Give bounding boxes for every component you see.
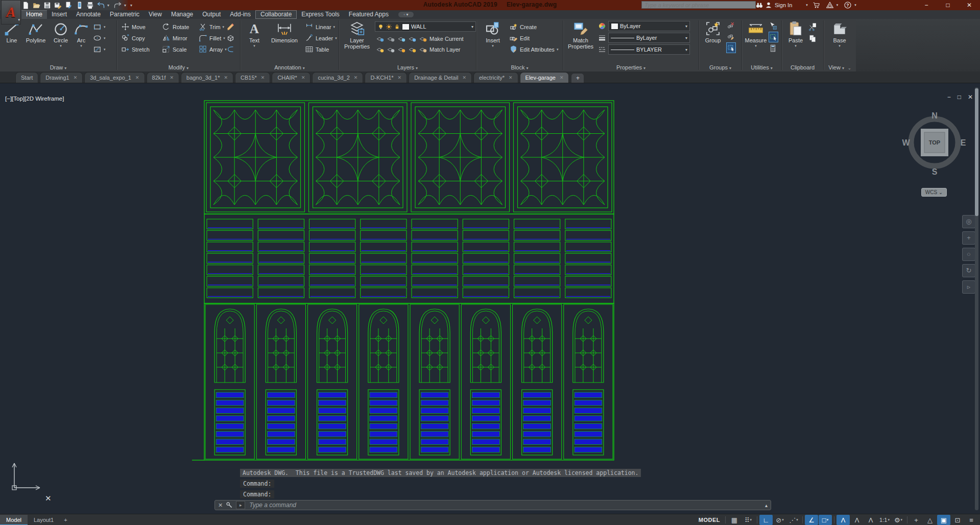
linear-dimension-button[interactable]: Linear▾ [305, 22, 337, 32]
layer-properties-button[interactable]: Layer Properties [341, 20, 373, 50]
new-drawing-tab-button[interactable]: + [571, 74, 584, 83]
match-layer-icon[interactable] [419, 45, 427, 54]
viewcube-west[interactable]: W [902, 138, 910, 147]
ribbon-tab-parametric[interactable]: Parametric [105, 10, 144, 19]
arc-button[interactable]: Arc▾ [73, 20, 90, 47]
join-button[interactable] [226, 44, 235, 54]
copy-button[interactable]: Copy [121, 33, 150, 43]
a360-caret-icon[interactable]: ▾ [836, 3, 839, 7]
command-customize-wrench-icon[interactable] [226, 502, 233, 509]
panel-label-modify[interactable]: Modify ▾ [117, 64, 240, 70]
table-button[interactable]: Table [305, 44, 337, 54]
match-properties-button[interactable]: Match Properties [566, 20, 595, 50]
layer-dropdown[interactable]: WALL ▾ [375, 21, 476, 32]
mirror-button[interactable]: Mirror [162, 33, 189, 43]
lineweight-dropdown[interactable]: ByLayer▾ [608, 33, 690, 43]
isodraft-icon[interactable]: ⋰▾ [787, 515, 800, 525]
layer-off-icon[interactable] [376, 34, 385, 43]
ribbon-tab-home[interactable]: Home [21, 10, 47, 19]
scale-button[interactable]: Scale [162, 44, 189, 54]
panel-label-draw[interactable]: Draw ▾ [0, 64, 116, 70]
fillet-button[interactable]: Fillet▾ [199, 33, 227, 43]
close-tab-icon[interactable]: ✕ [560, 75, 564, 80]
viewcube-south[interactable]: S [932, 168, 938, 176]
user-icon[interactable] [764, 1, 773, 9]
file-tab[interactable]: D-KCH1*✕ [365, 72, 407, 83]
group-selection-toggle[interactable] [726, 42, 736, 53]
ribbon-tab-collaborate[interactable]: Collaborate [255, 10, 297, 19]
ribbon-tab-insert[interactable]: Insert [47, 10, 71, 19]
edit-block-button[interactable]: Edit [509, 33, 558, 43]
layer-isolate-icon[interactable] [387, 34, 395, 43]
model-space-canvas[interactable]: [−][Top][2D Wireframe] − □ ✕ N W E S TOP… [0, 83, 980, 514]
panel-label-layers[interactable]: Layers ▾ [339, 64, 476, 70]
panel-label-view[interactable]: View ▾ ⌄ [824, 64, 856, 70]
hardware-acceleration-icon[interactable]: ▣ [937, 515, 950, 525]
file-tab[interactable]: 3d_sala_expo_1✕ [84, 72, 145, 83]
wcs-dropdown[interactable]: WCS ⌄ [921, 188, 947, 197]
polar-tracking-icon[interactable]: ⊘▾ [773, 515, 786, 525]
object-snap-tracking-icon[interactable]: ∠ [805, 515, 818, 525]
match-layer-button[interactable]: Match Layer [429, 46, 461, 53]
create-block-button[interactable]: Create [509, 22, 558, 32]
array-button[interactable]: Array▾ [199, 44, 227, 54]
object-color-dropdown[interactable]: ByLayer▾ [608, 21, 690, 31]
layer-on-all-icon[interactable] [376, 45, 385, 54]
group-edit-button[interactable] [726, 32, 736, 41]
sign-in-caret-icon[interactable]: ▾ [806, 3, 808, 7]
base-button[interactable]: Base▾ [828, 20, 851, 47]
doc-restore-icon[interactable]: □ [958, 93, 961, 101]
layer-unlock2-icon[interactable] [408, 45, 417, 54]
command-line[interactable]: ✕ ▸ ▴ [214, 500, 771, 510]
ortho-mode-icon[interactable]: ∟ [759, 515, 773, 525]
close-tab-icon[interactable]: ✕ [135, 75, 139, 80]
file-tab[interactable]: Drawing1✕ [40, 72, 83, 83]
panel-label-groups[interactable]: Groups ▾ [699, 64, 742, 70]
command-recent-caret-icon[interactable]: ▴ [765, 503, 768, 508]
doc-close-icon[interactable]: ✕ [968, 93, 973, 101]
move-button[interactable]: Move [121, 22, 150, 32]
ungroup-button[interactable] [726, 21, 736, 31]
navbar-orbit-icon[interactable]: ↻ [962, 264, 975, 277]
viewcube-top-face[interactable]: TOP [929, 139, 940, 146]
edit-attributes-button[interactable]: Edit Attributes▾ [509, 44, 558, 54]
ribbon-tab-output[interactable]: Output [198, 10, 225, 19]
quick-select-button[interactable] [769, 21, 778, 31]
rectangle-tool-button[interactable]: ▾ [93, 22, 106, 32]
file-tab[interactable]: Drainage & Detail✕ [409, 72, 472, 83]
canvas-scrollbar-thumb[interactable] [975, 88, 978, 216]
annotation-settings-gear-icon[interactable]: ⚙▾ [892, 515, 905, 525]
snap-mode-icon[interactable]: ⠿▾ [742, 515, 755, 525]
file-tab-active[interactable]: Elev-garage✕ [520, 72, 569, 83]
erase-button[interactable] [226, 22, 235, 32]
panel-label-clipboard[interactable]: Clipboard [782, 64, 823, 70]
close-tab-icon[interactable]: ✕ [170, 75, 174, 80]
help-caret-icon[interactable]: ▾ [854, 3, 856, 7]
close-tab-icon[interactable]: ✕ [224, 75, 228, 80]
viewcube-east[interactable]: E [961, 138, 966, 147]
hatch-tool-button[interactable]: ▾ [93, 44, 106, 54]
panel-label-annotation[interactable]: Annotation ▾ [241, 64, 339, 70]
navbar-zoom-icon[interactable]: ○ [962, 248, 975, 261]
viewport-controls[interactable]: [−][Top][2D Wireframe] [5, 96, 64, 102]
close-tab-icon[interactable]: ✕ [74, 75, 78, 80]
close-tab-icon[interactable]: ✕ [354, 75, 358, 80]
linetype-dropdown[interactable]: BYLAYER▾ [608, 44, 690, 55]
quick-calc-button[interactable] [769, 43, 778, 53]
restore-button[interactable]: □ [937, 0, 959, 10]
file-tab[interactable]: CB15*✕ [235, 72, 270, 83]
ribbon-tab-express-tools[interactable]: Express Tools [297, 10, 344, 19]
help-icon[interactable]: ? [843, 1, 852, 9]
make-current-icon[interactable] [419, 34, 427, 43]
cut-button[interactable] [808, 22, 817, 32]
application-menu-button[interactable]: A▾ [1, 0, 21, 25]
ribbon-tab-featured-apps[interactable]: Featured Apps [344, 10, 393, 19]
model-paper-toggle[interactable]: MODEL [696, 515, 723, 525]
polyline-button[interactable]: Polyline [22, 20, 49, 43]
customization-menu-icon[interactable]: ≡ [965, 515, 978, 525]
paste-button[interactable]: Paste▾ [785, 20, 806, 47]
close-tab-icon[interactable]: ✕ [509, 75, 513, 80]
ribbon-tab-view[interactable]: View [144, 10, 166, 19]
annotation-scale-icon[interactable]: Λ [864, 515, 877, 525]
clean-screen-icon[interactable]: ⊡ [951, 515, 964, 525]
